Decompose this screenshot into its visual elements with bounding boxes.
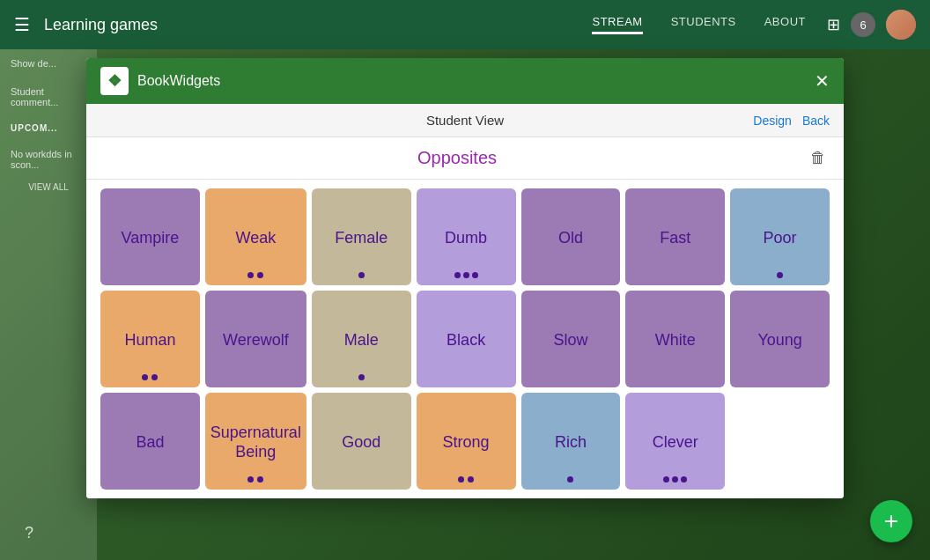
card-item[interactable]: White — [625, 291, 725, 387]
card-text: Poor — [764, 229, 797, 248]
modal-overlay: ❖ BookWidgets ✕ Student View Design Back… — [0, 49, 930, 560]
dot — [247, 272, 254, 278]
card-item[interactable]: Dumb — [417, 188, 516, 285]
card-dots — [521, 476, 621, 483]
card-item[interactable]: Black — [417, 291, 516, 387]
grid-icon[interactable]: ⊞ — [827, 15, 840, 34]
modal-header: ❖ BookWidgets ✕ — [86, 58, 844, 104]
card-text: Good — [342, 433, 380, 453]
card-item[interactable]: Fast — [625, 188, 725, 285]
card-text: White — [655, 331, 696, 350]
dot — [247, 476, 254, 483]
card-text: Bad — [136, 433, 164, 453]
dot — [672, 476, 678, 483]
dot — [472, 272, 478, 278]
card-item[interactable]: Female — [312, 188, 411, 285]
card-dots — [417, 476, 516, 483]
card-text: Slow — [553, 331, 587, 350]
bookwidgets-logo: ❖ — [100, 67, 129, 95]
card-text: Supernatural Being — [210, 424, 301, 461]
card-text: Black — [447, 331, 485, 350]
card-text: Male — [344, 331, 379, 350]
card-item[interactable]: Weak — [205, 188, 306, 285]
notification-badge[interactable]: 6 — [851, 12, 875, 37]
trash-button[interactable]: 🗑 — [810, 149, 826, 167]
dot — [257, 476, 263, 483]
card-item[interactable]: Human — [100, 291, 200, 387]
dot — [663, 476, 669, 483]
nav-students[interactable]: STUDENTS — [671, 15, 736, 34]
card-text: Vampire — [122, 229, 180, 248]
card-item[interactable]: Old — [521, 188, 621, 285]
dot — [463, 272, 469, 278]
nav-stream[interactable]: STREAM — [592, 15, 642, 34]
design-button[interactable]: Design — [753, 114, 792, 128]
subheader-actions: Design Back — [753, 114, 830, 128]
nav-about[interactable]: ABOUT — [764, 15, 806, 34]
dot — [358, 374, 365, 380]
card-text: Old — [558, 229, 583, 248]
card-text: Clever — [653, 433, 698, 453]
fab-button[interactable]: + — [870, 500, 912, 542]
card-text: Female — [335, 229, 388, 248]
modal-subheader: Student View Design Back — [86, 104, 844, 137]
dot — [468, 476, 474, 483]
back-button[interactable]: Back — [802, 114, 830, 128]
card-dots — [100, 374, 200, 380]
card-item[interactable]: Strong — [417, 393, 516, 490]
user-avatar[interactable] — [886, 10, 916, 40]
dot — [142, 374, 148, 380]
app-title: Learning games — [44, 16, 158, 34]
dot — [257, 272, 263, 278]
help-icon[interactable]: ? — [25, 524, 33, 542]
modal: ❖ BookWidgets ✕ Student View Design Back… — [86, 58, 844, 498]
cards-grid: VampireWeakFemaleDumbOldFastPoorHumanWer… — [86, 180, 844, 498]
dot — [777, 272, 783, 278]
dot — [458, 476, 464, 483]
card-item[interactable]: Poor — [730, 188, 830, 285]
card-item[interactable]: Rich — [521, 393, 621, 490]
dot — [454, 272, 461, 278]
card-dots — [312, 374, 411, 380]
menu-icon[interactable]: ☰ — [14, 14, 30, 35]
card-item[interactable]: Clever — [625, 393, 725, 490]
card-dots — [205, 272, 306, 278]
card-dots — [625, 476, 725, 483]
card-dots — [417, 272, 516, 278]
card-item[interactable]: Slow — [521, 291, 621, 387]
card-item[interactable]: Werewolf — [205, 291, 306, 387]
card-text: Werewolf — [223, 331, 289, 350]
card-item[interactable]: Bad — [100, 393, 200, 490]
card-dots — [205, 476, 306, 483]
dot — [151, 374, 158, 380]
dot — [358, 272, 365, 278]
close-button[interactable]: ✕ — [815, 72, 830, 90]
card-dots — [730, 272, 830, 278]
card-item[interactable]: Vampire — [100, 188, 200, 285]
logo-symbol: ❖ — [107, 71, 122, 91]
card-text: Young — [757, 331, 801, 350]
dot — [567, 476, 573, 483]
card-text: Rich — [555, 433, 587, 453]
avatar-image — [886, 10, 916, 40]
card-item[interactable]: Male — [312, 291, 411, 387]
nav-links: STREAM STUDENTS ABOUT — [592, 15, 806, 34]
card-text: Fast — [660, 229, 690, 248]
content-title: Opposites — [104, 148, 810, 168]
navbar-icons: ⊞ 6 — [827, 10, 916, 40]
card-text: Weak — [236, 229, 277, 248]
navbar: ☰ Learning games STREAM STUDENTS ABOUT ⊞… — [0, 0, 930, 49]
student-view-label: Student View — [426, 113, 504, 128]
card-dots — [312, 272, 411, 278]
card-text: Dumb — [445, 229, 487, 248]
card-text: Strong — [443, 433, 490, 453]
modal-title: BookWidgets — [137, 73, 815, 89]
card-item[interactable]: Good — [312, 393, 411, 490]
card-item[interactable]: Young — [730, 291, 830, 387]
dot — [681, 476, 687, 483]
content-header: Opposites 🗑 — [86, 137, 844, 180]
card-item[interactable]: Supernatural Being — [205, 393, 306, 490]
card-text: Human — [124, 331, 175, 350]
